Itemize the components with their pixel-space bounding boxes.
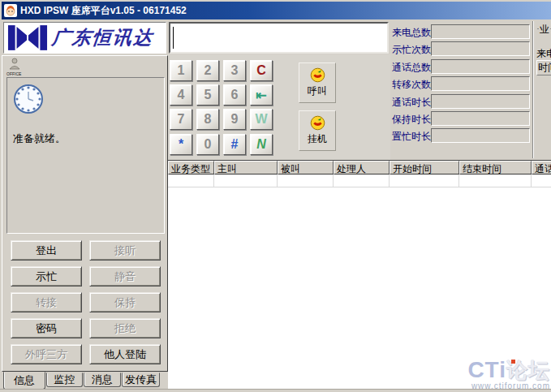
other-login-button[interactable]: 他人登陆 bbox=[89, 344, 161, 364]
stat-row-6: 置忙时长 bbox=[392, 128, 535, 144]
stat-label: 通话时长 bbox=[392, 96, 431, 110]
table-header-col-4[interactable]: 开始时间 bbox=[390, 161, 459, 174]
reject-button[interactable]: 拒绝 bbox=[89, 318, 161, 338]
stat-value-field bbox=[431, 59, 530, 74]
stat-row-3: 转移次数 bbox=[392, 76, 535, 93]
dialpad-key-n[interactable]: N bbox=[250, 134, 273, 155]
table-header-col-1[interactable]: 主叫 bbox=[214, 161, 278, 174]
dialpad-key-backspace[interactable]: ⇤ bbox=[250, 84, 273, 106]
stat-label: 示忙次数 bbox=[392, 43, 431, 57]
stat-label: 转移次数 bbox=[392, 78, 431, 92]
table-cell-empty bbox=[214, 174, 278, 187]
call-button[interactable]: 呼叫 bbox=[299, 62, 336, 103]
hold-button[interactable]: 保持 bbox=[89, 292, 161, 312]
clock-icon bbox=[12, 83, 45, 115]
stat-row-5: 保持时长 bbox=[392, 111, 535, 127]
dialpad-key-3[interactable]: 3 bbox=[223, 60, 246, 81]
phone-number-display[interactable] bbox=[169, 22, 389, 54]
agent-status-message: 准备就绪。 bbox=[13, 131, 66, 146]
app-window: HXD IPSW 座席平台v1.05 - 06171452 广东恒讯达 来电总数… bbox=[0, 0, 551, 392]
stat-value-field bbox=[431, 24, 530, 39]
brand-name: 广东恒讯达 bbox=[50, 25, 154, 50]
agent-mini-icon bbox=[6, 58, 23, 70]
table-empty-row bbox=[168, 174, 551, 187]
stats-panel: 来电总数 示忙次数 通话总数 转移次数 通话时长 保持时长 置忙时长 bbox=[392, 24, 535, 148]
stat-value-field bbox=[431, 76, 530, 91]
table-cell-empty bbox=[278, 174, 334, 187]
watermark: CTi论坛 www.ctiforum.com bbox=[467, 359, 550, 390]
dialpad-key-5[interactable]: 5 bbox=[196, 84, 219, 106]
tab-message[interactable]: 消息 bbox=[84, 373, 121, 387]
dialpad-key-star[interactable]: * bbox=[170, 134, 192, 155]
transfer-button[interactable]: 转接 bbox=[11, 292, 82, 312]
stat-row-2: 通话总数 bbox=[392, 59, 535, 75]
panel-divider bbox=[532, 21, 533, 158]
answer-button[interactable]: 接听 bbox=[89, 240, 161, 261]
phone-emoji-icon bbox=[310, 67, 325, 83]
agent-info-panel: OFFICE 准备就绪。 登出接听示忙静音转接保持密码拒绝外呼三方他人登陆 bbox=[2, 55, 168, 372]
dialpad-key-clear[interactable]: C bbox=[250, 60, 273, 81]
dialpad-key-7[interactable]: 7 bbox=[170, 109, 192, 130]
set-busy-button[interactable]: 示忙 bbox=[11, 266, 82, 286]
outbound-3way-button[interactable]: 外呼三方 bbox=[11, 344, 82, 364]
dialpad-key-0[interactable]: 0 bbox=[196, 134, 219, 155]
tab-monitor[interactable]: 监控 bbox=[46, 373, 83, 387]
table-header-col-6[interactable]: 通话 bbox=[532, 161, 551, 174]
text-caret bbox=[173, 27, 174, 49]
dialpad-key-4[interactable]: 4 bbox=[170, 84, 192, 106]
business-side-panel: 业 来电 时间 bbox=[535, 22, 551, 158]
hangup-label: 挂机 bbox=[308, 132, 327, 146]
dialpad-key-2[interactable]: 2 bbox=[196, 60, 219, 81]
window-title: HXD IPSW 座席平台v1.05 - 06171452 bbox=[20, 4, 187, 18]
dialpad-key-8[interactable]: 8 bbox=[196, 109, 219, 130]
agent-mini-status: OFFICE bbox=[6, 58, 42, 76]
tab-info[interactable]: 信息 bbox=[3, 372, 45, 390]
table-cell-empty bbox=[390, 174, 459, 187]
watermark-logo: CTi论坛 bbox=[467, 359, 550, 381]
stat-label: 通话总数 bbox=[392, 61, 431, 75]
side-panel-label-incoming: 来电 bbox=[536, 47, 551, 61]
table-header-col-2[interactable]: 被叫 bbox=[278, 161, 334, 174]
groupbox-title: 业 bbox=[539, 23, 550, 37]
watermark-logo-dot bbox=[511, 360, 515, 364]
table-header-col-3[interactable]: 处理人 bbox=[334, 161, 390, 174]
stat-value-field bbox=[431, 128, 530, 143]
table-cell-empty bbox=[459, 174, 532, 187]
tab-fax[interactable]: 发传真 bbox=[122, 373, 160, 387]
call-record-table: 业务类型主叫被叫处理人开始时间结束时间通话 bbox=[168, 160, 551, 389]
app-icon[interactable] bbox=[4, 4, 17, 17]
title-bar: HXD IPSW 座席平台v1.05 - 06171452 bbox=[2, 2, 551, 19]
brand-logo-icon bbox=[7, 24, 48, 51]
stat-value-field bbox=[431, 94, 530, 109]
brand-logo-panel: 广东恒讯达 bbox=[3, 22, 166, 54]
table-header-col-5[interactable]: 结束时间 bbox=[459, 161, 532, 174]
table-cell-empty bbox=[334, 174, 390, 187]
dialpad-key-9[interactable]: 9 bbox=[223, 109, 246, 130]
stat-label: 置忙时长 bbox=[392, 130, 431, 144]
stat-label: 来电总数 bbox=[392, 26, 431, 40]
dialpad-key-wait[interactable]: W bbox=[250, 109, 273, 130]
stat-value-field bbox=[431, 111, 530, 126]
phone-emoji-icon bbox=[310, 115, 325, 131]
dialpad-key-6[interactable]: 6 bbox=[223, 84, 246, 106]
stat-row-1: 示忙次数 bbox=[392, 41, 535, 58]
status-box: 准备就绪。 bbox=[6, 77, 165, 234]
dialpad-key-hash[interactable]: # bbox=[223, 134, 246, 155]
table-cell-empty bbox=[168, 174, 214, 187]
dialpad: 123C456⇤789W*0#N bbox=[170, 60, 275, 157]
side-panel-label-time: 时间 bbox=[536, 60, 551, 75]
call-label: 呼叫 bbox=[308, 84, 327, 98]
table-cell-empty bbox=[532, 174, 551, 187]
agent-mini-caption: OFFICE bbox=[6, 72, 42, 76]
password-button[interactable]: 密码 bbox=[11, 318, 82, 338]
hangup-button[interactable]: 挂机 bbox=[299, 110, 336, 151]
watermark-url: www.ctiforum.com bbox=[467, 382, 550, 390]
stat-row-0: 来电总数 bbox=[392, 24, 535, 41]
stat-value-field bbox=[431, 41, 530, 56]
table-header-col-0[interactable]: 业务类型 bbox=[168, 161, 214, 174]
stat-row-4: 通话时长 bbox=[392, 94, 535, 110]
mute-button[interactable]: 静音 bbox=[89, 266, 161, 286]
logout-button[interactable]: 登出 bbox=[11, 240, 82, 261]
dialpad-key-1[interactable]: 1 bbox=[170, 60, 192, 81]
table-header-row: 业务类型主叫被叫处理人开始时间结束时间通话 bbox=[168, 161, 551, 174]
